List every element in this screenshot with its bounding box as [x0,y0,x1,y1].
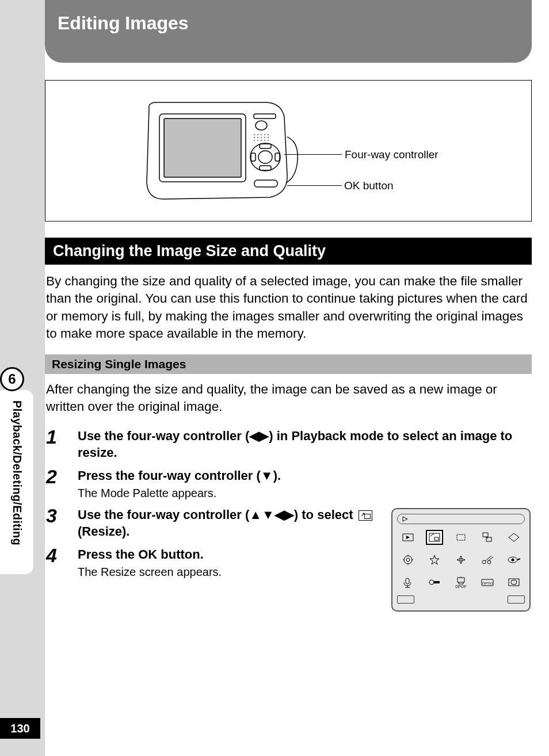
mode-palette-screen: DPOF OPTIO [391,508,531,612]
camera-illustration [132,91,304,212]
svg-rect-1 [164,119,241,177]
callout-fourway-controller: Four-way controller [345,148,439,161]
svg-point-18 [261,137,262,138]
step-number: 4 [46,545,78,565]
palette-trimming-icon [452,530,470,545]
svg-point-23 [261,140,262,141]
chapter-number-badge: 6 [0,367,24,391]
right-arrow-icon: ▶ [284,507,294,522]
svg-point-13 [261,134,262,135]
section-heading: Changing the Image Size and Quality [53,242,326,259]
palette-bottom-right-box [508,595,525,604]
svg-point-8 [256,121,267,130]
sub-heading: Resizing Single Images [52,357,186,371]
left-arrow-icon: ◀ [274,507,284,522]
dpof-label: DPOF [455,585,466,589]
step-4-title: Press the OK button. [78,547,380,563]
svg-rect-30 [434,537,439,540]
svg-rect-33 [457,534,465,540]
palette-star-icon [426,552,443,567]
palette-resize-icon-selected [426,530,443,545]
right-arrow-icon: ▶ [259,429,269,443]
svg-text:OPTIO: OPTIO [482,582,493,585]
chapter-title-banner: Editing Images [45,0,532,63]
svg-point-24 [264,140,265,141]
svg-line-49 [485,556,491,561]
sub-intro-paragraph: After changing the size and quality, the… [45,381,532,416]
page-number: 130 [10,722,29,735]
svg-point-14 [264,134,265,135]
palette-frame-icon [505,575,523,590]
callout-line-fourway [284,154,342,155]
section-heading-bar: Changing the Image Size and Quality [45,238,532,265]
palette-bottom-left-box [397,595,414,604]
svg-point-21 [254,140,255,141]
svg-point-38 [404,556,412,564]
svg-rect-57 [434,581,440,583]
svg-point-17 [257,137,258,138]
down-arrow-icon: ▼ [262,507,274,522]
svg-rect-7 [275,153,280,161]
palette-protect-icon [426,575,443,590]
sub-heading-bar: Resizing Single Images [45,354,532,374]
svg-point-46 [460,559,462,561]
palette-startup-icon: OPTIO [479,575,496,590]
intro-paragraph: By changing the size and quality of a se… [45,273,532,343]
step-number: 1 [46,427,78,446]
svg-point-22 [257,140,258,141]
svg-marker-28 [406,536,410,539]
svg-point-20 [268,137,269,138]
step-4: 4 Press the OK button. The Resize screen… [46,545,380,579]
palette-slideshow-icon [399,530,417,545]
left-arrow-icon: ◀ [249,429,259,443]
svg-point-15 [268,134,269,135]
step-3: 3 Use the four-way controller (▲▼◀▶) to … [46,506,380,540]
up-arrow-icon: ▲ [249,507,262,522]
palette-top-bar [397,514,525,524]
chapter-title: Editing Images [58,13,189,33]
svg-rect-53 [406,578,409,584]
palette-redeye-icon [505,552,523,567]
svg-marker-26 [403,517,407,521]
svg-line-50 [488,557,493,561]
palette-dpof-icon: DPOF [452,575,470,590]
svg-point-19 [264,137,265,138]
svg-marker-45 [457,556,465,564]
svg-rect-6 [251,153,256,161]
resize-icon: ↗ [359,510,372,521]
down-arrow-icon: ▼ [261,468,273,483]
playback-icon [401,516,409,522]
callout-line-ok [287,185,342,186]
svg-point-39 [406,558,410,562]
step-number: 2 [46,467,78,486]
step-1-title: Use the four-way controller (◀▶) in Play… [78,428,531,461]
step-2: 2 Press the four-way controller (▼). The… [46,467,531,500]
palette-movie-edit-icon [479,552,496,567]
step-4-desc: The Resize screen appears. [78,566,380,579]
svg-marker-37 [509,533,519,541]
svg-rect-5 [260,166,271,170]
svg-line-31 [430,534,433,536]
side-tab-label: Playback/Deleting/Editing [10,400,24,545]
step-3-title: Use the four-way controller (▲▼◀▶) to se… [78,507,380,540]
svg-rect-4 [260,144,271,148]
step-2-desc: The Mode Palette appears. [78,487,531,500]
palette-brightness-icon [452,552,470,567]
svg-rect-9 [254,180,277,187]
step-2-title: Press the four-way controller (▼). [78,468,531,484]
svg-point-3 [258,151,272,163]
svg-point-16 [254,137,255,138]
palette-copy-icon [479,530,496,545]
palette-bottom-bar [397,595,525,604]
svg-point-56 [429,580,434,585]
svg-marker-44 [430,555,439,564]
step-1: 1 Use the four-way controller (◀▶) in Pl… [46,427,531,461]
svg-point-11 [254,134,255,135]
callout-ok-button: OK button [344,180,394,192]
svg-point-52 [512,559,514,562]
steps-list: 1 Use the four-way controller (◀▶) in Pl… [45,427,532,612]
palette-icon-grid: DPOF OPTIO [397,528,525,592]
svg-rect-10 [254,114,276,119]
camera-diagram-box: Four-way controller OK button [45,80,532,222]
svg-rect-34 [483,533,488,537]
